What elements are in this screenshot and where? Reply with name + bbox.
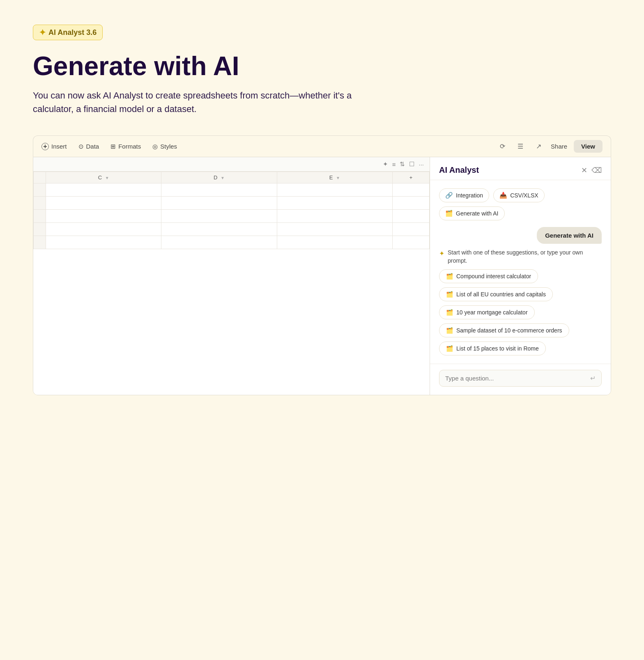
suggestion-compound[interactable]: 🗂️ Compound interest calculator [439, 269, 538, 283]
suggestions-section: ✦ Start with one of these suggestions, o… [439, 249, 602, 355]
cell[interactable] [277, 183, 392, 197]
generate-ai-chip[interactable]: 🗂️ Generate with AI [439, 206, 505, 220]
col-header-d: D ▼ [161, 172, 277, 183]
ai-analyst-badge: ✦ AI Analyst 3.6 [33, 25, 103, 40]
cell[interactable] [46, 210, 161, 223]
cell[interactable] [277, 223, 392, 236]
csv-label: CSV/XLSX [510, 192, 538, 199]
integration-chip[interactable]: 🔗 Integration [439, 188, 489, 202]
toolbar-left: + Insert ⊙ Data ⊞ Formats ◎ Styles [41, 143, 177, 150]
spreadsheet-table: C ▼ D ▼ E ▼ + [33, 172, 430, 249]
cell [393, 197, 430, 210]
col-header-c: C ▼ [46, 172, 161, 183]
formats-menu[interactable]: ⊞ Formats [110, 143, 141, 150]
suggestion-label-0: Compound interest calculator [456, 273, 531, 280]
add-col-header[interactable]: + [393, 172, 430, 183]
erase-button[interactable]: ⌫ [591, 166, 602, 175]
cell[interactable] [46, 183, 161, 197]
filter-icon[interactable]: ≡ [392, 161, 396, 168]
insert-menu[interactable]: + Insert [41, 143, 67, 150]
col-toolbar: ✦ ≡ ⇅ ☐ ··· [33, 157, 430, 172]
integration-label: Integration [456, 192, 483, 199]
sort-icon[interactable]: ⇅ [400, 160, 405, 168]
row-num-header [34, 172, 46, 183]
content-row: ✦ ≡ ⇅ ☐ ··· C ▼ D ▼ E ▼ [33, 157, 611, 395]
suggestion-icon-1: 🗂️ [446, 291, 453, 298]
suggestion-rome[interactable]: 🗂️ List of 15 places to visit in Rome [439, 341, 546, 355]
suggestion-icon-4: 🗂️ [446, 345, 453, 352]
ai-panel: AI Analyst ✕ ⌫ 🔗 Integration 📥 [430, 157, 611, 394]
cell[interactable] [46, 236, 161, 249]
suggestions-star-icon: ✦ [439, 249, 444, 258]
styles-icon: ◎ [152, 143, 158, 150]
formats-icon: ⊞ [110, 143, 116, 150]
integration-icon: 🔗 [445, 192, 453, 199]
cell [393, 183, 430, 197]
cell[interactable] [46, 223, 161, 236]
insert-plus-icon: + [41, 143, 49, 150]
suggestion-label-3: Sample dataset of 10 e-commerce orders [456, 327, 562, 334]
data-icon: ⊙ [78, 143, 84, 150]
ai-panel-actions: ✕ ⌫ [581, 166, 602, 175]
row-num [34, 223, 46, 236]
cell[interactable] [161, 197, 277, 210]
table-row [34, 197, 430, 210]
suggestion-eu-countries[interactable]: 🗂️ List of all EU countries and capitals [439, 287, 553, 301]
styles-label: Styles [160, 143, 177, 150]
table-row [34, 223, 430, 236]
suggestion-icon-2: 🗂️ [446, 309, 453, 316]
styles-menu[interactable]: ◎ Styles [152, 143, 177, 150]
send-icon[interactable]: ↵ [590, 374, 596, 382]
col-header-e: E ▼ [277, 172, 392, 183]
suggestion-label-1: List of all EU countries and capitals [456, 291, 546, 298]
cell[interactable] [161, 210, 277, 223]
suggestion-ecommerce[interactable]: 🗂️ Sample dataset of 10 e-commerce order… [439, 323, 569, 337]
ai-panel-body: 🔗 Integration 📥 CSV/XLSX 🗂️ Generate wit… [430, 180, 611, 363]
cell[interactable] [161, 183, 277, 197]
formats-label: Formats [118, 143, 141, 150]
close-panel-button[interactable]: ✕ [581, 166, 587, 175]
analytics-icon[interactable]: ↗ [533, 141, 544, 152]
insert-label: Insert [51, 143, 67, 150]
row-num [34, 183, 46, 197]
table-row [34, 183, 430, 197]
ai-question-input[interactable] [445, 375, 586, 382]
csv-icon: 📥 [499, 192, 507, 199]
suggestion-mortgage[interactable]: 🗂️ 10 year mortgage calculator [439, 305, 535, 319]
row-num [34, 210, 46, 223]
grid-container: C ▼ D ▼ E ▼ + [33, 172, 430, 394]
app-toolbar: + Insert ⊙ Data ⊞ Formats ◎ Styles ⟳ [33, 135, 611, 157]
ai-panel-header: AI Analyst ✕ ⌫ [430, 157, 611, 180]
more-icon[interactable]: ··· [419, 161, 424, 168]
view-button[interactable]: View [574, 140, 603, 153]
cell[interactable] [277, 210, 392, 223]
cell[interactable] [277, 197, 392, 210]
suggestion-icon-3: 🗂️ [446, 327, 453, 334]
cell[interactable] [161, 223, 277, 236]
cell[interactable] [277, 236, 392, 249]
sparkle-icon[interactable]: ✦ [383, 160, 388, 168]
generate-chip-icon: 🗂️ [445, 210, 453, 217]
suggestion-icon-0: 🗂️ [446, 273, 453, 280]
page-subtitle: You can now ask AI Analyst to create spr… [33, 89, 353, 116]
share-button[interactable]: Share [551, 143, 567, 150]
suggestion-label-4: List of 15 places to visit in Rome [456, 345, 539, 352]
suggestion-label-2: 10 year mortgage calculator [456, 309, 528, 316]
cell[interactable] [161, 236, 277, 249]
row-num [34, 197, 46, 210]
data-menu[interactable]: ⊙ Data [78, 143, 99, 150]
generate-bubble: Generate with AI [537, 227, 602, 244]
toolbar-right: ⟳ ☰ ↗ Share View [497, 140, 603, 153]
suggestions-text: Start with one of these suggestions, or … [448, 249, 602, 265]
cell[interactable] [46, 197, 161, 210]
cell [393, 236, 430, 249]
comment-icon[interactable]: ☰ [515, 141, 526, 152]
comment-col-icon[interactable]: ☐ [409, 160, 414, 168]
spreadsheet-side: ✦ ≡ ⇅ ☐ ··· C ▼ D ▼ E ▼ [33, 157, 430, 394]
spreadsheet-area: + Insert ⊙ Data ⊞ Formats ◎ Styles ⟳ [33, 135, 611, 395]
table-row [34, 210, 430, 223]
badge-label: AI Analyst 3.6 [48, 28, 97, 37]
row-num [34, 236, 46, 249]
csv-xlsx-chip[interactable]: 📥 CSV/XLSX [493, 188, 544, 202]
history-icon[interactable]: ⟳ [497, 141, 508, 152]
